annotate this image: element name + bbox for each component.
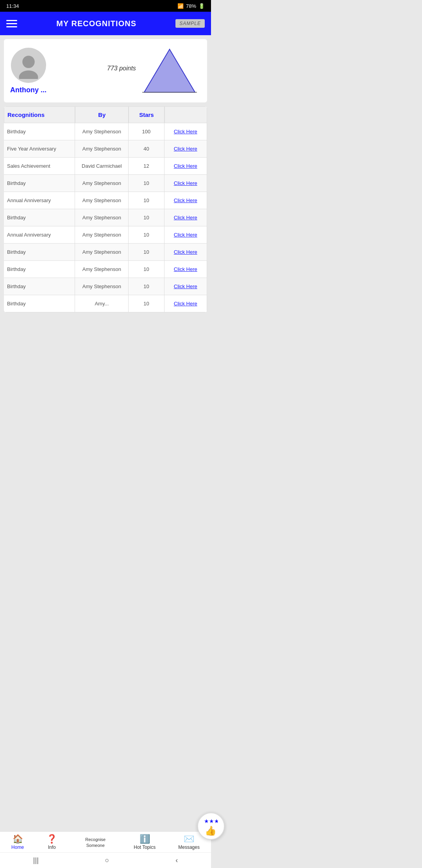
click-here-link[interactable]: Click Here: [174, 129, 197, 135]
cell-recognition: Five Year Anniversary: [4, 140, 75, 157]
table-row: Birthday Amy Stephenson 10 Click Here: [4, 244, 207, 261]
cell-link[interactable]: Click Here: [165, 226, 207, 243]
cell-stars: 10: [129, 278, 164, 295]
cell-recognition: Birthday: [4, 209, 75, 226]
table-row: Birthday Amy Stephenson 10 Click Here: [4, 278, 207, 295]
cell-link[interactable]: Click Here: [165, 261, 207, 278]
click-here-link[interactable]: Click Here: [174, 163, 197, 169]
cell-link[interactable]: Click Here: [165, 175, 207, 192]
page-title: MY RECOGNITIONS: [56, 19, 136, 28]
header-by: By: [75, 106, 129, 123]
cell-recognition: Birthday: [4, 175, 75, 192]
cell-stars: 10: [129, 209, 164, 226]
sample-badge: SAMPLE: [175, 19, 205, 28]
svg-marker-2: [144, 49, 195, 92]
click-here-link[interactable]: Click Here: [174, 283, 197, 289]
points-chart: [138, 45, 201, 96]
cell-recognition: Birthday: [4, 278, 75, 295]
cell-stars: 40: [129, 140, 164, 157]
cell-link[interactable]: Click Here: [165, 192, 207, 209]
svg-point-0: [22, 56, 35, 68]
battery-icon: 🔋: [198, 3, 205, 9]
click-here-link[interactable]: Click Here: [174, 266, 197, 272]
cell-stars: 12: [129, 158, 164, 174]
click-here-link[interactable]: Click Here: [174, 215, 197, 221]
profile-right: 773 points: [138, 45, 201, 96]
table-row: Five Year Anniversary Amy Stephenson 40 …: [4, 140, 207, 158]
cell-link[interactable]: Click Here: [165, 140, 207, 157]
table-row: Birthday Amy Stephenson 10 Click Here: [4, 209, 207, 226]
cell-link[interactable]: Click Here: [165, 295, 207, 312]
table-row: Birthday Amy Stephenson 10 Click Here: [4, 261, 207, 278]
profile-card: Anthony ... 773 points: [4, 39, 207, 102]
wifi-icon: 📶: [177, 3, 184, 9]
click-here-link[interactable]: Click Here: [174, 249, 197, 255]
menu-button[interactable]: [6, 20, 17, 27]
cell-recognition: Birthday: [4, 261, 75, 278]
cell-by: Amy Stephenson: [75, 261, 129, 278]
cell-by: Amy Stephenson: [75, 175, 129, 192]
cell-link[interactable]: Click Here: [165, 158, 207, 174]
cell-by: Amy Stephenson: [75, 209, 129, 226]
click-here-link[interactable]: Click Here: [174, 180, 197, 186]
click-here-link[interactable]: Click Here: [174, 197, 197, 203]
cell-recognition: Annual Anniversary: [4, 226, 75, 243]
table-row: Annual Anniversary Amy Stephenson 10 Cli…: [4, 192, 207, 209]
cell-recognition: Birthday: [4, 123, 75, 140]
points-label: 773 points: [107, 65, 136, 72]
cell-by: Amy Stephenson: [75, 278, 129, 295]
cell-by: Amy Stephenson: [75, 244, 129, 260]
cell-stars: 10: [129, 244, 164, 260]
svg-point-1: [19, 70, 38, 79]
cell-stars: 10: [129, 261, 164, 278]
table-header: Recognitions By Stars: [4, 106, 207, 123]
cell-link[interactable]: Click Here: [165, 209, 207, 226]
cell-link[interactable]: Click Here: [165, 244, 207, 260]
cell-by: Amy...: [75, 295, 129, 312]
cell-stars: 10: [129, 175, 164, 192]
cell-by: Amy Stephenson: [75, 226, 129, 243]
cell-stars: 10: [129, 192, 164, 209]
cell-recognition: Birthday: [4, 295, 75, 312]
table-row: Birthday Amy... 10 Click Here: [4, 295, 207, 312]
avatar: [11, 48, 46, 83]
header: MY RECOGNITIONS SAMPLE: [0, 12, 211, 35]
header-recognitions: Recognitions: [4, 106, 75, 123]
time: 11:34: [6, 3, 19, 9]
cell-recognition: Birthday: [4, 244, 75, 260]
cell-link[interactable]: Click Here: [165, 123, 207, 140]
cell-by: Amy Stephenson: [75, 140, 129, 157]
table-row: Sales Achievement David Carmichael 12 Cl…: [4, 158, 207, 175]
cell-recognition: Sales Achievement: [4, 158, 75, 174]
battery-label: 78%: [186, 3, 196, 9]
hamburger-line-2: [6, 23, 17, 24]
recognitions-table: Recognitions By Stars Birthday Amy Steph…: [4, 106, 207, 312]
cell-stars: 10: [129, 226, 164, 243]
click-here-link[interactable]: Click Here: [174, 301, 197, 307]
cell-stars: 10: [129, 295, 164, 312]
table-row: Birthday Amy Stephenson 10 Click Here: [4, 175, 207, 192]
click-here-link[interactable]: Click Here: [174, 146, 197, 152]
cell-recognition: Annual Anniversary: [4, 192, 75, 209]
status-bar: 11:34 📶 78% 🔋: [0, 0, 211, 12]
hamburger-line-3: [6, 26, 17, 27]
profile-left: Anthony ...: [10, 48, 46, 94]
cell-link[interactable]: Click Here: [165, 278, 207, 295]
header-action: [165, 106, 207, 123]
profile-name: Anthony ...: [10, 86, 46, 94]
table-wrapper: Recognitions By Stars Birthday Amy Steph…: [4, 106, 207, 312]
cell-by: Amy Stephenson: [75, 192, 129, 209]
cell-by: David Carmichael: [75, 158, 129, 174]
hamburger-line-1: [6, 20, 17, 21]
status-icons: 📶 78% 🔋: [177, 3, 205, 9]
cell-stars: 100: [129, 123, 164, 140]
cell-by: Amy Stephenson: [75, 123, 129, 140]
table-row: Birthday Amy Stephenson 100 Click Here: [4, 123, 207, 140]
table-body: Birthday Amy Stephenson 100 Click Here F…: [4, 123, 207, 312]
click-here-link[interactable]: Click Here: [174, 232, 197, 238]
header-stars: Stars: [129, 106, 164, 123]
table-row: Annual Anniversary Amy Stephenson 10 Cli…: [4, 226, 207, 244]
